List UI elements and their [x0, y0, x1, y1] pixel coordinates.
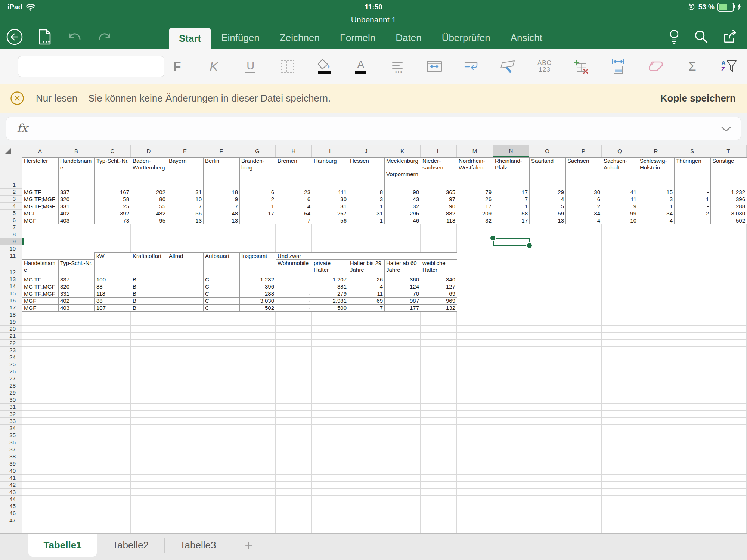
tab-start[interactable]: Start [169, 28, 211, 49]
cell-H16[interactable]: - [276, 298, 312, 305]
cell-A14[interactable]: MG TF;MGF [22, 283, 59, 290]
cell-E2[interactable]: 31 [167, 189, 204, 196]
alignment-button[interactable]: ••• [389, 52, 406, 81]
row-header-26[interactable]: 26 [0, 368, 22, 375]
cell-Q3[interactable]: 11 [602, 196, 638, 203]
column-header-C[interactable]: C [94, 145, 131, 157]
cell-J15[interactable]: 11 [348, 290, 385, 298]
cell-C5[interactable]: 392 [95, 210, 131, 217]
save-copy-button[interactable]: Kopie speichern [660, 93, 736, 104]
cell-I15[interactable]: 279 [312, 290, 348, 298]
cell-R3[interactable]: 3 [638, 196, 675, 203]
column-header-G[interactable]: G [239, 145, 276, 157]
insert-delete-cells-button[interactable] [573, 52, 589, 81]
cell-K14[interactable]: 124 [385, 283, 421, 290]
cell-B17[interactable]: 403 [59, 305, 95, 312]
cell-Q5[interactable]: 99 [602, 210, 638, 217]
cell-O2[interactable]: 29 [530, 189, 566, 196]
cell-E3[interactable]: 10 [167, 196, 204, 203]
cell-G15[interactable]: 288 [240, 290, 276, 298]
row-header-17[interactable]: 17 [0, 304, 22, 311]
column-header-K[interactable]: K [384, 145, 421, 157]
cell-O3[interactable]: 4 [530, 196, 566, 203]
borders-button[interactable] [279, 52, 295, 81]
cell-C15[interactable]: 118 [95, 290, 131, 298]
row-header-21[interactable]: 21 [0, 333, 22, 340]
cell-G5[interactable]: 17 [240, 210, 276, 217]
cell-B6[interactable]: 403 [59, 217, 95, 224]
cell-C4[interactable]: 25 [95, 203, 131, 210]
cell-F2[interactable]: 18 [204, 189, 240, 196]
cell-E15[interactable] [167, 290, 204, 298]
cell-N3[interactable]: 7 [493, 196, 530, 203]
cell-L6[interactable]: 118 [421, 217, 457, 224]
column-header-J[interactable]: J [348, 145, 384, 157]
sheet-tab-tabelle2[interactable]: Tabelle2 [97, 534, 164, 557]
cell-B12[interactable]: Typ-Schl.-Nr. [59, 260, 95, 276]
cell-D5[interactable]: 482 [131, 210, 167, 217]
eraser-button[interactable] [647, 52, 664, 81]
cell-M4[interactable]: 17 [457, 203, 493, 210]
row-header-13[interactable]: 13 [0, 276, 22, 283]
cell-A2[interactable]: MG TF [22, 189, 59, 196]
tab-einfuegen[interactable]: Einfügen [211, 26, 270, 49]
cell-Q4[interactable]: 9 [602, 203, 638, 210]
cell-K3[interactable]: 43 [385, 196, 421, 203]
cell-G14[interactable]: 396 [240, 283, 276, 290]
cell-H1[interactable]: Bremen [276, 158, 312, 189]
row-header-35[interactable]: 35 [0, 432, 22, 439]
cell-D17[interactable]: B [131, 305, 167, 312]
column-header-A[interactable]: A [22, 145, 58, 157]
cell-L15[interactable]: 69 [421, 290, 457, 298]
cell-H11[interactable]: Und zwar [276, 253, 457, 260]
row-header-12[interactable]: 12 [0, 259, 22, 276]
cell-B14[interactable]: 320 [59, 283, 95, 290]
cell-N1[interactable]: Rheinland-Pfalz [493, 158, 530, 189]
row-header-42[interactable]: 42 [0, 482, 22, 489]
cell-F5[interactable]: 48 [204, 210, 240, 217]
cell-L16[interactable]: 969 [421, 298, 457, 305]
cell-J2[interactable]: 8 [348, 189, 385, 196]
cell-A11[interactable] [22, 253, 59, 260]
cell-T1[interactable]: Sonstige [711, 158, 747, 189]
cell-G4[interactable]: 1 [240, 203, 276, 210]
cell-F13[interactable]: C [204, 276, 240, 283]
row-header-36[interactable]: 36 [0, 439, 22, 446]
row-header-4[interactable]: 4 [0, 203, 22, 210]
select-all-corner[interactable] [0, 145, 22, 157]
cell-R2[interactable]: 15 [638, 189, 675, 196]
cell-R4[interactable]: 1 [638, 203, 675, 210]
cell-E16[interactable] [167, 298, 204, 305]
autosum-button[interactable]: Σ [684, 52, 700, 81]
cell-A16[interactable]: MGF [22, 298, 59, 305]
cell-L17[interactable]: 132 [421, 305, 457, 312]
cell-E13[interactable] [167, 276, 204, 283]
merge-cells-button[interactable] [426, 52, 443, 81]
spreadsheet-grid[interactable]: ABCDEFGHIJKLMNOPQRST12345678910111213141… [0, 145, 747, 533]
row-header-44[interactable]: 44 [0, 496, 22, 503]
cell-H15[interactable]: - [276, 290, 312, 298]
sort-filter-button[interactable]: AZ [721, 52, 737, 81]
cell-K17[interactable]: 177 [385, 305, 421, 312]
format-painter-button[interactable] [500, 52, 516, 81]
column-header-N[interactable]: N [493, 145, 529, 157]
column-header-R[interactable]: R [638, 145, 674, 157]
row-header-39[interactable]: 39 [0, 460, 22, 467]
cell-K5[interactable]: 296 [385, 210, 421, 217]
cell-I5[interactable]: 267 [312, 210, 348, 217]
cell-K15[interactable]: 70 [385, 290, 421, 298]
cell-B11[interactable] [59, 253, 95, 260]
cell-K16[interactable]: 987 [385, 298, 421, 305]
cell-D4[interactable]: 55 [131, 203, 167, 210]
row-header-15[interactable]: 15 [0, 290, 22, 297]
cell-L14[interactable]: 127 [421, 283, 457, 290]
cell-L3[interactable]: 97 [421, 196, 457, 203]
cell-I16[interactable]: 2.981 [312, 298, 348, 305]
row-header-46[interactable]: 46 [0, 510, 22, 517]
formula-input[interactable]: fx [6, 117, 741, 140]
row-header-8[interactable]: 8 [0, 231, 22, 238]
cell-E1[interactable]: Bayern [167, 158, 204, 189]
cell-R6[interactable]: 4 [638, 217, 675, 224]
cell-F16[interactable]: C [204, 298, 240, 305]
row-header-16[interactable]: 16 [0, 297, 22, 304]
